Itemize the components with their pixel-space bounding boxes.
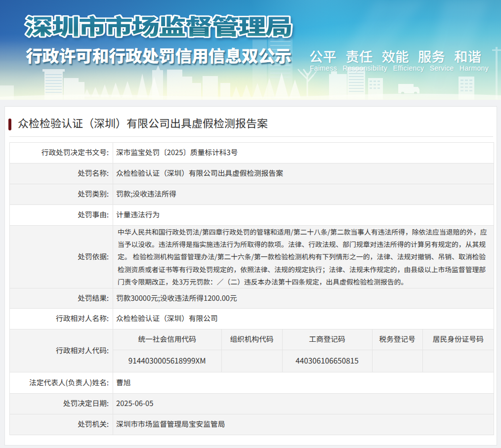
svg-text:深圳市市场监督管理局: 深圳市市场监督管理局 — [25, 9, 292, 41]
